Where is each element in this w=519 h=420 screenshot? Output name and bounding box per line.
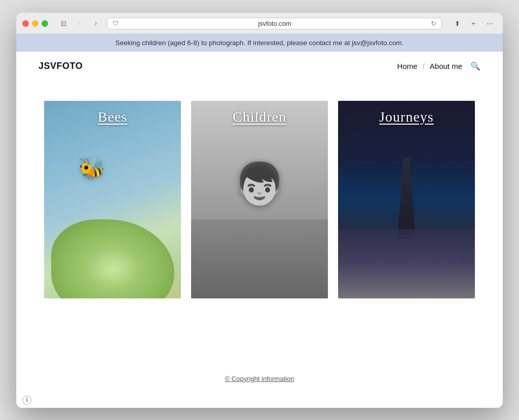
site-main: Bees Children Journeys [16,81,503,365]
extensions-button[interactable]: ⋯ [483,18,497,29]
url-display: jsvfoto.com [122,20,428,27]
browser-bottom-bar: ℹ [16,393,503,408]
announcement-banner: Seeking children (aged 6-8) to photograp… [16,34,503,52]
traffic-lights [22,20,48,27]
gallery-caption-bees: Bees [44,101,181,130]
search-icon: 🔍 [470,62,480,70]
browser-chrome: ⊡ ‹ › 🛡 jsvfoto.com ↻ ⬆ + ⋯ [16,13,503,34]
browser-window: ⊡ ‹ › 🛡 jsvfoto.com ↻ ⬆ + ⋯ Seeking chil… [16,13,503,408]
back-button[interactable]: ‹ [72,18,87,29]
gallery-caption-children: Children [191,101,328,130]
gallery-title-children: Children [233,109,286,125]
gallery-image-journeys [338,101,475,298]
close-button[interactable] [22,20,29,27]
toolbar-group: ⊡ ‹ › [56,18,103,29]
gallery-item-bees[interactable]: Bees [44,101,181,298]
security-icon: 🛡 [113,20,119,27]
gallery-image-bees [44,101,181,298]
gallery-title-bees: Bees [98,109,127,125]
tab-overview-button[interactable]: ⊡ [56,18,70,29]
gallery-image-children [191,101,328,298]
gallery-item-journeys[interactable]: Journeys [338,101,475,298]
nav-about-me[interactable]: About me [428,61,464,71]
address-bar-container: 🛡 jsvfoto.com ↻ [107,18,442,29]
gallery-item-children[interactable]: Children [191,101,328,298]
browser-actions: ⬆ + ⋯ [450,18,497,29]
forward-button[interactable]: › [89,18,103,29]
new-tab-button[interactable]: + [466,18,480,29]
gallery-grid: Bees Children Journeys [39,101,480,298]
address-bar[interactable]: 🛡 jsvfoto.com ↻ [107,18,442,29]
nav-home[interactable]: Home [395,61,420,71]
gallery-title-journeys: Journeys [379,109,434,125]
nav-separator: / [423,62,425,70]
site-footer: © Copyright information [16,365,503,393]
copyright-link[interactable]: © Copyright information [225,375,294,383]
search-button[interactable]: 🔍 [470,61,480,71]
reload-button[interactable]: ↻ [431,20,436,27]
minimize-button[interactable] [32,20,39,27]
share-button[interactable]: ⬆ [450,18,464,29]
site-header: JSVFOTO Home / About me 🔍 [16,52,503,81]
banner-text: Seeking children (aged 6-8) to photograp… [115,39,403,47]
info-icon[interactable]: ℹ [22,396,31,405]
site-logo[interactable]: JSVFOTO [39,61,83,71]
gallery-caption-journeys: Journeys [338,101,475,130]
site-nav: Home / About me 🔍 [395,61,480,71]
maximize-button[interactable] [42,20,48,27]
copyright-text: © Copyright information [225,375,294,383]
